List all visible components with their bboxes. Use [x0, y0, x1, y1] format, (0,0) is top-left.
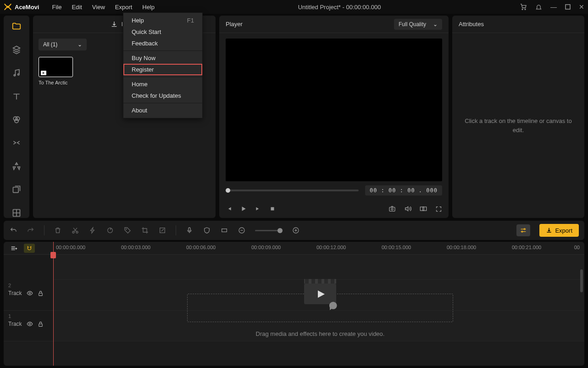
lock-icon[interactable] — [38, 290, 44, 296]
help-menu-buynow[interactable]: Buy Now — [123, 52, 202, 64]
bell-icon[interactable] — [535, 4, 542, 11]
sidebar-filters-icon[interactable] — [11, 114, 22, 125]
compare-icon[interactable] — [420, 205, 427, 212]
help-menu-about[interactable]: About — [123, 105, 202, 116]
help-menu-feedback[interactable]: Feedback — [123, 38, 202, 49]
zoom-out-icon[interactable] — [238, 226, 246, 234]
sidebar-layers-icon[interactable] — [11, 45, 22, 55]
speed-icon[interactable] — [89, 226, 97, 234]
undo-icon[interactable] — [9, 226, 17, 234]
menu-export[interactable]: Export — [111, 2, 137, 12]
timeline-settings-button[interactable] — [516, 224, 530, 236]
svg-rect-31 — [305, 279, 309, 284]
menu-help[interactable]: Help — [138, 2, 159, 12]
help-menu-help[interactable]: HelpF1 — [123, 15, 202, 26]
menu-edit[interactable]: Edit — [67, 2, 86, 12]
timeline-scrollbar[interactable] — [580, 269, 583, 292]
player-timecode: 00 : 00 : 00 . 000 — [365, 185, 442, 195]
lock-icon[interactable] — [38, 321, 44, 327]
svg-rect-10 — [271, 207, 274, 211]
ruler-tick: 00:00:00.000 — [56, 245, 85, 250]
snapshot-icon[interactable] — [388, 205, 396, 212]
aspect-icon[interactable] — [220, 226, 228, 234]
tag-icon[interactable] — [123, 226, 132, 234]
help-menu-quickstart[interactable]: Quick Start — [123, 26, 202, 38]
seek-slider[interactable] — [226, 190, 359, 191]
sidebar-music-icon[interactable] — [11, 68, 22, 78]
playhead[interactable] — [53, 242, 54, 366]
project-title: Untitled Project* - 00:00:00.000 — [159, 4, 520, 11]
menu-view[interactable]: View — [88, 2, 110, 12]
sidebar-transitions-icon[interactable] — [11, 138, 22, 148]
timeline-panel: 00:00:00.000 00:00:03.000 00:00:06.000 0… — [4, 242, 584, 366]
media-item-label: To The Arctic — [39, 80, 73, 85]
fullscreen-icon[interactable] — [435, 206, 442, 212]
help-menu-register[interactable]: Register — [123, 64, 202, 75]
export-button[interactable]: Export — [539, 224, 579, 237]
edit-icon[interactable] — [158, 226, 166, 234]
chevron-down-icon: ⌄ — [433, 21, 438, 28]
next-frame-icon[interactable] — [255, 206, 261, 212]
sidebar-text-icon[interactable] — [11, 91, 22, 101]
shield-icon[interactable] — [203, 226, 211, 234]
redo-icon[interactable] — [27, 226, 35, 234]
video-canvas[interactable] — [226, 39, 442, 181]
ruler-tick: 00:00:21.000 — [512, 245, 541, 250]
rotation-icon[interactable] — [106, 226, 114, 234]
menu-file[interactable]: File — [47, 2, 66, 12]
ruler-tick: 00:00:03.000 — [121, 245, 150, 250]
zoom-slider[interactable] — [255, 230, 283, 231]
close-icon[interactable]: ✕ — [579, 3, 584, 11]
attributes-title: Attributes — [459, 21, 484, 28]
stop-icon[interactable] — [270, 206, 275, 212]
mic-icon[interactable] — [185, 226, 194, 234]
drop-zone[interactable]: Drag media and effects here to create yo… — [187, 294, 453, 337]
svg-point-28 — [29, 323, 31, 325]
help-menu-updates[interactable]: Check for Updates — [123, 90, 202, 101]
track-label: Track — [8, 290, 22, 296]
chevron-down-icon: ⌄ — [78, 41, 82, 48]
maximize-icon[interactable] — [565, 4, 571, 10]
crop-icon[interactable] — [141, 226, 149, 234]
ruler-tick: 00:00:06.000 — [186, 245, 216, 250]
sidebar-media-icon[interactable] — [11, 21, 22, 32]
svg-rect-20 — [189, 228, 190, 231]
sidebar-split-icon[interactable] — [11, 207, 22, 218]
window-controls: — ✕ — [520, 3, 584, 11]
cut-icon[interactable] — [71, 226, 79, 234]
svg-rect-34 — [324, 279, 328, 284]
media-item[interactable]: To The Arctic — [39, 57, 73, 85]
svg-rect-29 — [39, 323, 42, 326]
svg-point-26 — [29, 292, 31, 294]
volume-icon[interactable] — [404, 205, 411, 212]
zoom-in-icon[interactable] — [292, 226, 300, 234]
sidebar-overlay-icon[interactable] — [11, 184, 22, 195]
sidebar-elements-icon[interactable] — [11, 161, 22, 172]
prev-frame-icon[interactable] — [226, 206, 232, 212]
media-thumbnail — [39, 57, 73, 77]
minimize-icon[interactable]: — — [550, 3, 557, 11]
track-number: 1 — [8, 313, 49, 319]
quality-dropdown[interactable]: Full Quality ⌄ — [394, 19, 442, 30]
add-track-icon[interactable] — [10, 245, 17, 252]
drop-hint: Drag media and effects here to create yo… — [187, 330, 453, 337]
help-menu-home[interactable]: Home — [123, 78, 202, 90]
media-filter-dropdown[interactable]: All (1) ⌄ — [39, 39, 87, 50]
magnet-icon[interactable] — [24, 244, 35, 253]
help-dropdown: HelpF1 Quick Start Feedback Buy Now Regi… — [123, 12, 203, 118]
app-logo-icon — [4, 3, 12, 11]
delete-icon[interactable] — [54, 226, 62, 234]
timeline-ruler[interactable]: 00:00:00.000 00:00:03.000 00:00:06.000 0… — [53, 242, 584, 254]
visibility-icon[interactable] — [27, 321, 33, 327]
visibility-icon[interactable] — [27, 290, 33, 296]
play-icon[interactable] — [240, 206, 247, 212]
svg-rect-32 — [311, 279, 315, 284]
svg-point-24 — [524, 229, 526, 230]
import-icon — [111, 21, 118, 28]
attributes-placeholder: Click a track on the timeline or canvas … — [452, 33, 584, 218]
track-label: Track — [8, 321, 22, 327]
cart-icon[interactable] — [520, 3, 527, 11]
media-filter-label: All (1) — [43, 41, 57, 48]
svg-point-18 — [126, 229, 127, 229]
ruler-tick: 00:00:09.000 — [251, 245, 281, 250]
